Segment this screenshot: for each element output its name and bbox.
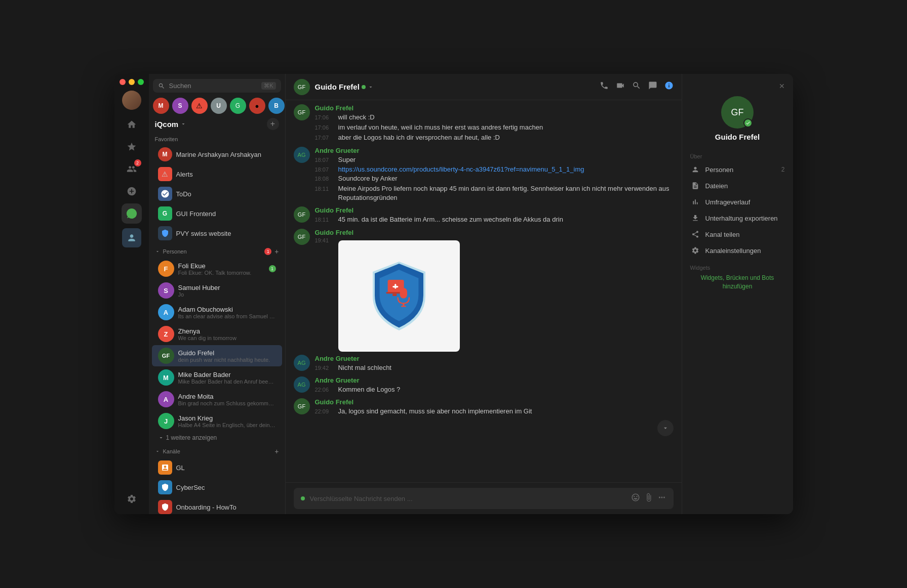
persons-label: Personen: [163, 248, 187, 255]
right-panel: ✕ GF Guido Frefel Über Personen 2: [682, 74, 793, 514]
close-button[interactable]: [120, 79, 126, 85]
rail-add-icon[interactable]: [122, 181, 142, 201]
message-input-area: Verschlüsselte Nachricht senden ...: [286, 482, 682, 514]
contact-andre-moita[interactable]: A Andre Moita Bin grad noch zum Schluss …: [152, 389, 282, 410]
panel-online-badge: [743, 118, 753, 128]
panel-export-item[interactable]: Unterhaltung exportieren: [690, 210, 785, 226]
channel-gl[interactable]: GL: [152, 458, 282, 477]
search2-icon[interactable]: [632, 81, 641, 93]
avatar-alerts[interactable]: ⚠: [191, 98, 208, 114]
guido-avatar: GF: [158, 348, 174, 364]
adam-avatar: A: [158, 304, 174, 320]
panel-persons-item[interactable]: Personen 2: [690, 161, 785, 178]
channel-cybersec[interactable]: CyberSec: [152, 478, 282, 497]
contact-guido[interactable]: GF Guido Frefel dein push war nicht nach…: [152, 345, 282, 366]
msg-text-8: 45 min. da ist die Batterie im Arm... sc…: [338, 215, 563, 224]
contact-zhenya[interactable]: Z Zhenya We can dig in tomorrow: [152, 323, 282, 345]
sidebar-item-alerts[interactable]: ⚠ Alerts: [152, 164, 282, 184]
sidebar-item-pvy[interactable]: PVY swiss website: [152, 224, 282, 243]
msg-line-10: 19:42 Nicht mal schlecht: [315, 363, 391, 372]
online-dot: [362, 85, 366, 89]
panel-close-button[interactable]: ✕: [779, 82, 785, 90]
panel-username: Guido Frefel: [715, 133, 760, 141]
persons-section: Personen 1 +: [149, 243, 285, 258]
sidebar-scroll: Favoriten M Marine Arshakyan Arshakyan ⚠…: [149, 132, 285, 514]
persons-add-icon[interactable]: +: [274, 247, 279, 256]
guido-preview: dein push war nicht nachhaltig heute.: [178, 357, 276, 363]
rail-group-icon[interactable]: [122, 228, 142, 248]
video-icon[interactable]: [616, 81, 625, 93]
foli-name: Foli Ekue: [178, 262, 265, 270]
chat-area: GF Guido Frefel: [286, 74, 682, 514]
message-input[interactable]: Verschlüsselte Nachricht senden ...: [294, 488, 674, 509]
andre-msg-avatar: AG: [294, 147, 310, 163]
attachment-icon[interactable]: [644, 493, 653, 504]
alerts-name: Alerts: [176, 171, 276, 178]
avatar-blue-user[interactable]: B: [268, 98, 285, 114]
workspace-name[interactable]: iQcom: [155, 120, 187, 129]
persons-count: 2: [781, 166, 785, 173]
msg-time-11: 22:06: [315, 387, 333, 393]
gui-name: GUI Frontend: [176, 210, 276, 218]
sidebar-item-gui[interactable]: G GUI Frontend: [152, 204, 282, 223]
msg-time-8: 18:11: [315, 217, 333, 223]
pvy-name: PVY swiss website: [176, 230, 276, 237]
widgets-link[interactable]: Widgets, Brücken und Bots hinzufügen: [690, 274, 785, 291]
scroll-down-button[interactable]: [657, 420, 674, 436]
minimize-button[interactable]: [129, 79, 135, 85]
panel-share-item[interactable]: Kanal teilen: [690, 226, 785, 242]
call-icon[interactable]: [600, 81, 609, 93]
msg-time-1: 17:06: [315, 114, 333, 120]
chat-header-name[interactable]: Guido Frefel: [315, 82, 374, 91]
msg-link-1[interactable]: https://us.soundcore.com/products/libert…: [338, 165, 584, 173]
guido3-avatar: GF: [294, 398, 310, 414]
foli-preview: Foli Ekue: OK. Talk tomorrow.: [178, 270, 265, 276]
emoji-icon[interactable]: [631, 493, 640, 504]
contact-samuel[interactable]: S Samuel Huber Jo: [152, 280, 282, 301]
rail-settings-icon[interactable]: [122, 489, 142, 509]
contact-mike[interactable]: M Mike Bader Bader Mike Bader Bader hat …: [152, 367, 282, 388]
panel-umfrage-item[interactable]: Umfrageverlauf: [690, 194, 785, 210]
msg-time-4: 18:07: [315, 157, 333, 163]
more-icon[interactable]: [657, 493, 666, 504]
rail-star-icon[interactable]: [122, 137, 142, 157]
msg-line-2: 17:06 im verlauf von heute, weil ich mus…: [315, 123, 543, 132]
search-bar[interactable]: Suchen ⌘K: [153, 79, 281, 93]
maximize-button[interactable]: [138, 79, 144, 85]
avatar-row: M S ⚠ U G ● B L: [149, 96, 285, 116]
msg-time-6: 18:08: [315, 176, 333, 182]
adam-preview: Its an clear advise also from Samuel tha…: [178, 313, 276, 319]
msg-block-andre-3: AG Andre Grueter 22:06 Kommen die Logos …: [294, 376, 674, 395]
sidebar-item-marine[interactable]: M Marine Arshakyan Arshakyan: [152, 145, 282, 164]
contact-adam[interactable]: A Adam Obuchowski Its an clear advise al…: [152, 302, 282, 323]
info-icon[interactable]: [664, 81, 674, 93]
svg-rect-7: [403, 303, 404, 306]
panel-settings-item[interactable]: Kanaleinstellungen: [690, 242, 785, 259]
avatar-samuel[interactable]: S: [172, 98, 188, 114]
rail-home-icon[interactable]: [122, 114, 142, 135]
mike-info: Mike Bader Bader Mike Bader Bader hat de…: [178, 371, 276, 385]
channels-add-icon[interactable]: +: [274, 447, 279, 455]
avatar-green-user[interactable]: G: [230, 98, 246, 114]
dateien-label: Dateien: [705, 182, 728, 190]
user-avatar[interactable]: [122, 90, 142, 110]
panel-dateien-item[interactable]: Dateien: [690, 178, 785, 194]
avatar-red-user[interactable]: ●: [249, 98, 265, 114]
show-more-button[interactable]: 1 weitere anzeigen: [152, 432, 282, 443]
rail-users-icon[interactable]: 2: [122, 159, 142, 179]
chat2-icon[interactable]: [648, 81, 657, 93]
cybersec-name: CyberSec: [176, 484, 276, 491]
channel-onboarding[interactable]: Onboarding - HowTo: [152, 497, 282, 514]
workspace-add-button[interactable]: +: [267, 118, 279, 130]
contact-foli[interactable]: F Foli Ekue Foli Ekue: OK. Talk tomorrow…: [152, 258, 282, 279]
export-label: Unterhaltung exportieren: [705, 215, 778, 222]
contact-jason[interactable]: J Jason Krieg Halbe A4 Seite in Englisch…: [152, 410, 282, 432]
msg-time-9: 19:41: [315, 237, 333, 352]
andre-moita-name: Andre Moita: [178, 393, 276, 400]
users-badge: 2: [134, 159, 141, 166]
sidebar-item-todo[interactable]: ToDo: [152, 184, 282, 203]
avatar-user3[interactable]: U: [211, 98, 227, 114]
onboarding-name: Onboarding - HowTo: [176, 503, 276, 511]
avatar-marine[interactable]: M: [153, 98, 169, 114]
rail-chat-icon[interactable]: [122, 203, 142, 224]
